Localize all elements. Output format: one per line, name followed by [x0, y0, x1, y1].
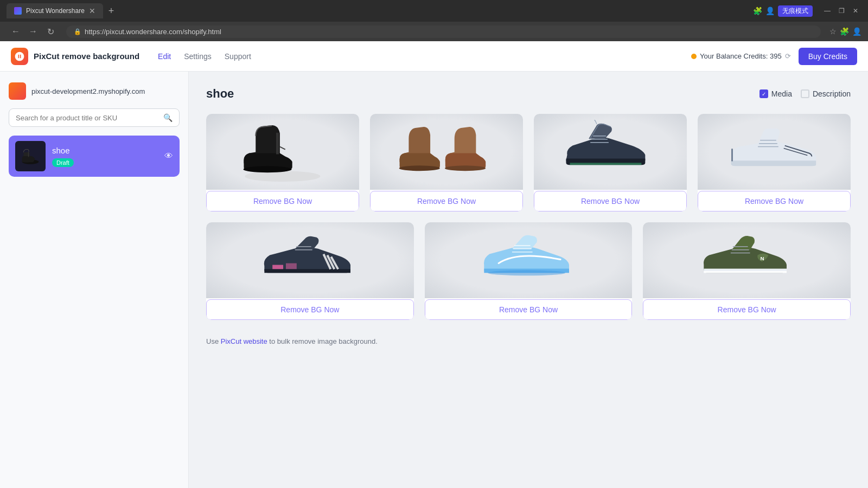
image-container-5	[206, 222, 414, 298]
store-icon	[9, 82, 26, 100]
image-card-3: Remove BG Now	[534, 114, 687, 211]
svg-point-3	[245, 171, 321, 182]
nav-settings[interactable]: Settings	[183, 50, 213, 63]
credits-refresh-btn[interactable]: ⟳	[785, 52, 791, 60]
footer-text-before: Use	[206, 337, 221, 345]
shoe-thumbnail-svg	[19, 145, 42, 168]
main-content: shoe ✓ Media Description	[189, 72, 868, 488]
image-container-2	[370, 114, 523, 190]
description-label: Description	[813, 89, 851, 98]
filter-description[interactable]: Description	[801, 89, 851, 98]
credits-display: Your Balance Credits: 395 ⟳	[691, 52, 791, 60]
store-header: pixcut-development2.myshopify.com	[9, 82, 180, 100]
new-tab-btn[interactable]: +	[105, 4, 118, 18]
shoe-svg-2	[381, 120, 512, 184]
browser-chrome: Pixcut Wondershare ✕ + 🧩 👤 无痕模式 — ❐ ✕	[0, 0, 868, 22]
svg-rect-27	[704, 271, 787, 273]
header-nav: Edit Settings Support	[157, 50, 252, 63]
header-right: Your Balance Credits: 395 ⟳ Buy Credits	[691, 48, 857, 65]
remove-bg-btn-6[interactable]: Remove BG Now	[425, 299, 633, 320]
image-grid-row1: Remove BG Now Remove BG No	[206, 114, 851, 211]
shoe-svg-3	[545, 120, 675, 184]
remove-bg-btn-5[interactable]: Remove BG Now	[206, 299, 414, 320]
close-btn[interactable]: ✕	[850, 5, 861, 17]
browser-tab[interactable]: Pixcut Wondershare ✕	[7, 3, 103, 18]
sidebar: pixcut-development2.myshopify.com 🔍 shoe…	[0, 72, 189, 488]
extension-icon[interactable]: 🧩	[753, 7, 762, 15]
app-header: PixCut remove background Edit Settings S…	[0, 41, 868, 72]
app-title: PixCut remove background	[34, 52, 139, 61]
tab-favicon	[14, 7, 22, 15]
image-container-7: N	[643, 222, 851, 298]
main-layout: pixcut-development2.myshopify.com 🔍 shoe…	[0, 72, 868, 488]
remove-bg-btn-3[interactable]: Remove BG Now	[534, 191, 687, 211]
footer-link[interactable]: PixCut website	[221, 337, 267, 345]
svg-rect-4	[276, 132, 279, 154]
filter-options: ✓ Media Description	[760, 89, 851, 98]
shoe-svg-1	[218, 120, 348, 184]
image-card-6: Remove BG Now	[425, 222, 633, 320]
store-name: pixcut-development2.myshopify.com	[31, 87, 145, 95]
shoe-svg-5	[222, 228, 398, 293]
shoe-svg-7: N	[659, 228, 835, 293]
nav-support[interactable]: Support	[224, 50, 252, 63]
lang-badge-browser: 无痕模式	[778, 5, 813, 17]
shoe-svg-6	[440, 228, 616, 293]
remove-bg-btn-1[interactable]: Remove BG Now	[206, 191, 359, 211]
shoe-svg-4	[709, 120, 839, 184]
window-controls: — ❐ ✕	[821, 5, 861, 17]
filter-media[interactable]: ✓ Media	[760, 89, 792, 98]
address-bar[interactable]: 🔒 https://pixcut.wondershare.com/shopify…	[66, 25, 821, 38]
url-text: https://pixcut.wondershare.com/shopify.h…	[85, 28, 221, 36]
nav-edit[interactable]: Edit	[157, 50, 172, 63]
svg-point-22	[488, 270, 566, 275]
search-box: 🔍	[9, 108, 180, 127]
footer-text-after: to bulk remove image background.	[267, 337, 378, 345]
product-badge: Draft	[52, 158, 74, 167]
user-profile-action[interactable]: 👤	[852, 27, 861, 36]
remove-bg-btn-2[interactable]: Remove BG Now	[370, 191, 523, 211]
image-card-7: N Remove BG Now	[643, 222, 851, 320]
image-card-1: Remove BG Now	[206, 114, 359, 211]
product-title: shoe	[206, 87, 234, 101]
product-list-item[interactable]: shoe Draft 👁	[9, 136, 180, 177]
app-logo: PixCut remove background	[11, 48, 139, 65]
minimize-btn[interactable]: —	[821, 5, 833, 17]
browser-actions: ☆ 🧩 👤	[829, 27, 861, 36]
nav-controls: ← → ↻	[9, 24, 58, 38]
svg-point-7	[445, 165, 486, 171]
back-btn[interactable]: ←	[9, 24, 23, 38]
footer-note: Use PixCut website to bulk remove image …	[206, 337, 851, 345]
extension-action-icon[interactable]: 🧩	[840, 27, 849, 36]
bookmark-icon[interactable]: ☆	[829, 27, 837, 36]
product-eye-icon[interactable]: 👁	[164, 151, 173, 161]
tab-title: Pixcut Wondershare	[26, 7, 85, 15]
description-checkbox[interactable]	[801, 89, 809, 98]
profile-icon[interactable]: 👤	[765, 7, 775, 15]
svg-rect-2	[28, 152, 29, 157]
lock-icon: 🔒	[74, 28, 81, 35]
refresh-btn[interactable]: ↻	[43, 24, 58, 38]
credits-dot-icon	[691, 54, 697, 59]
image-grid-row2: Remove BG Now	[206, 222, 851, 320]
search-input[interactable]	[16, 114, 159, 122]
media-checkbox[interactable]: ✓	[760, 89, 768, 98]
remove-bg-btn-7[interactable]: Remove BG Now	[643, 299, 851, 320]
content-header: shoe ✓ Media Description	[206, 87, 851, 101]
image-card-5: Remove BG Now	[206, 222, 414, 320]
remove-bg-btn-4[interactable]: Remove BG Now	[698, 191, 851, 211]
product-name: shoe	[52, 146, 158, 155]
maximize-btn[interactable]: ❐	[835, 5, 847, 17]
tab-close-btn[interactable]: ✕	[89, 7, 95, 15]
media-label: Media	[771, 89, 792, 98]
buy-credits-button[interactable]: Buy Credits	[799, 48, 857, 65]
credits-label: Your Balance Credits: 395	[700, 52, 782, 60]
forward-btn[interactable]: →	[26, 24, 40, 38]
address-bar-row: ← → ↻ 🔒 https://pixcut.wondershare.com/s…	[0, 22, 868, 41]
search-icon[interactable]: 🔍	[163, 113, 173, 122]
image-container-1	[206, 114, 359, 190]
svg-point-5	[244, 166, 292, 172]
image-container-3	[534, 114, 687, 190]
product-info: shoe Draft	[52, 146, 158, 167]
image-card-2: Remove BG Now	[370, 114, 523, 211]
